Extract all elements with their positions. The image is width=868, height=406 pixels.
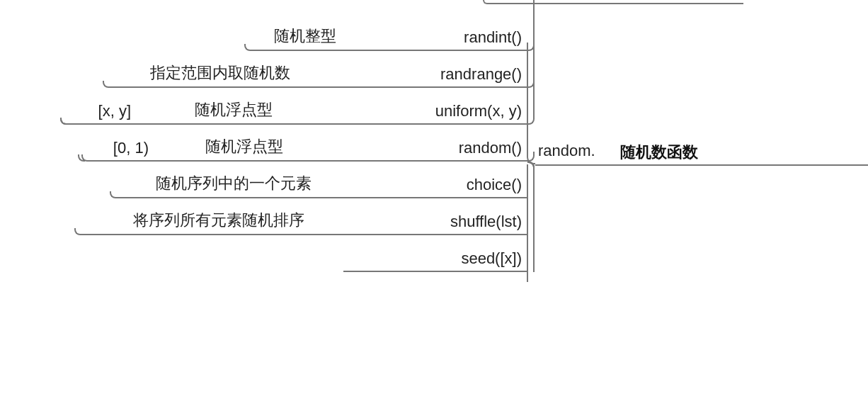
func-label: seed([x]) [461, 249, 527, 268]
desc-shuffle: 将序列所有元素随机排序 [85, 198, 304, 235]
func-label: shuffle(lst) [450, 213, 527, 231]
func-label: random() [459, 139, 527, 157]
node-choice: choice() [343, 162, 527, 198]
desc-label: 随机整型 [274, 26, 336, 47]
node-shuffle: shuffle(lst) [343, 198, 527, 235]
range-label: [x, y] [98, 102, 131, 120]
desc-label: 将序列所有元素随机排序 [133, 210, 304, 231]
function-list: randint() randrange() uniform(x, y) rand… [343, 14, 527, 272]
module-prefix-label: random. [538, 142, 595, 163]
node-randrange: randrange() [343, 51, 527, 88]
func-label: randint() [464, 28, 527, 47]
range-label: [0, 1) [113, 139, 149, 157]
func-label: choice() [467, 176, 527, 194]
range-uniform: [x, y] [67, 88, 131, 125]
cropped-sibling-node [489, 0, 743, 4]
node-uniform: uniform(x, y) [343, 88, 527, 125]
node-randint: randint() [343, 14, 527, 51]
desc-label: 随机浮点型 [195, 99, 273, 120]
range-random: [0, 1) [85, 125, 149, 162]
root-title: 随机数函数 [620, 142, 698, 166]
desc-label: 指定范围内取随机数 [150, 62, 290, 84]
func-label: randrange() [440, 65, 527, 84]
node-random: random() [343, 125, 527, 162]
desc-choice: 随机序列中的一个元素 [120, 162, 312, 198]
desc-random: 随机浮点型 [170, 125, 283, 162]
root-underline [535, 164, 868, 166]
desc-label: 随机序列中的一个元素 [156, 173, 312, 194]
desc-randint: 随机整型 [251, 14, 336, 51]
node-seed: seed([x]) [343, 235, 527, 272]
desc-label: 随机浮点型 [205, 136, 283, 157]
func-label: uniform(x, y) [435, 102, 527, 120]
desc-randrange: 指定范围内取随机数 [113, 51, 290, 88]
mindmap-canvas: random. 随机数函数 randint() randrange() unif… [0, 0, 868, 406]
desc-uniform: 随机浮点型 [159, 88, 273, 125]
